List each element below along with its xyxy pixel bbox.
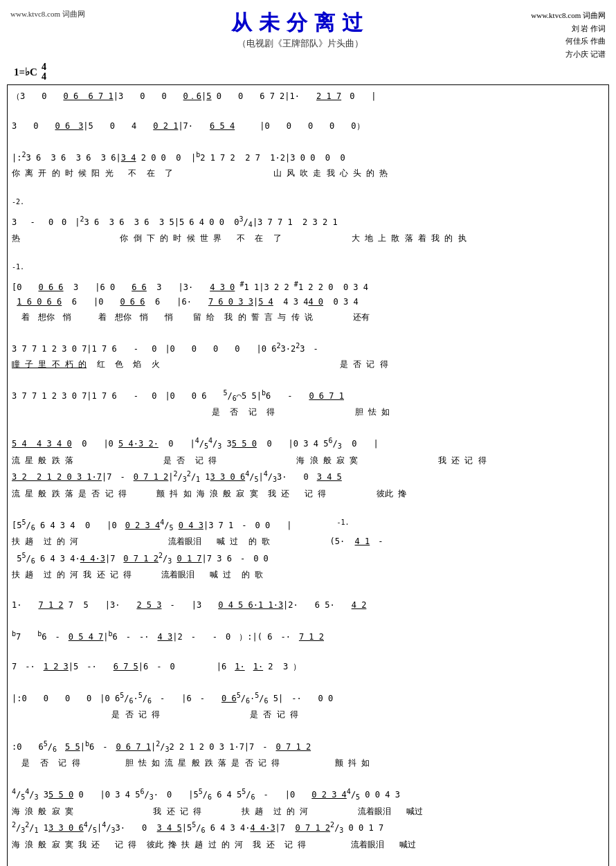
author-lyrics: 刘 岩 作词 bbox=[516, 22, 606, 35]
page-container: www.ktvc8.com 词曲网 从未分离过 （电视剧《王牌部队》片头曲） w… bbox=[0, 0, 616, 866]
site-logo-left: www.ktvc8.com 词曲网 bbox=[10, 9, 85, 61]
author-compose: 何佳乐 作曲 bbox=[516, 35, 606, 48]
key-time-row: 1=♭C 4 4 bbox=[7, 61, 609, 84]
header: www.ktvc8.com 词曲网 从未分离过 （电视剧《王牌部队》片头曲） w… bbox=[7, 6, 609, 61]
header-center: 从未分离过 （电视剧《王牌部队》片头曲） bbox=[85, 9, 516, 61]
header-right: www.ktvc8.com 词曲网 刘 岩 作词 何佳乐 作曲 方小庆 记谱 bbox=[516, 9, 606, 61]
site-url-right: www.ktvc8.com 词曲网 bbox=[516, 9, 606, 22]
author-transcribe: 方小庆 记谱 bbox=[516, 48, 606, 61]
song-title: 从未分离过 bbox=[85, 9, 516, 37]
time-signature: 4 4 bbox=[42, 62, 46, 82]
music-sheet: （3 0 0 6 6 7 1|3 0 0 0．6|5 0 0 6 7 2|1· … bbox=[7, 84, 609, 866]
song-subtitle: （电视剧《王牌部队》片头曲） bbox=[85, 37, 516, 50]
site-url-left: www.ktvc8.com 词曲网 bbox=[10, 10, 85, 18]
key-signature: 1=♭C bbox=[14, 66, 37, 78]
